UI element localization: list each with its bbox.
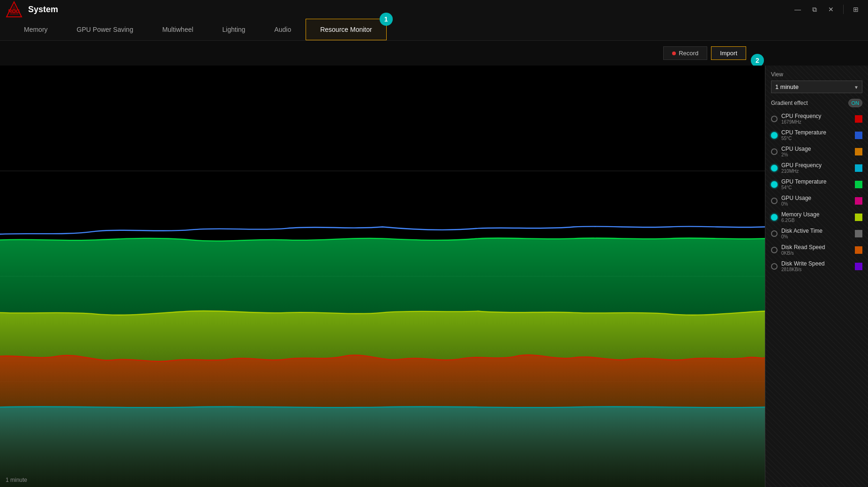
metric-row-disk-write: Disk Write Speed2818KB/s bbox=[771, 260, 862, 272]
svg-text:ROG: ROG bbox=[8, 8, 20, 14]
badge-2: 2 bbox=[751, 54, 764, 67]
sidebar-toggle-button[interactable]: ⊞ bbox=[849, 4, 862, 15]
metric-name-disk-active: Disk Active Time bbox=[781, 228, 851, 234]
metric-color-gpu-freq bbox=[855, 164, 862, 172]
metric-value-mem-usage: 6.2GB bbox=[781, 218, 851, 223]
tab-multiwheel[interactable]: Multiwheel bbox=[148, 19, 208, 40]
record-button[interactable]: Record bbox=[663, 46, 707, 60]
metric-radio-cpu-freq[interactable] bbox=[771, 116, 778, 122]
gradient-label: Gradient effect bbox=[771, 100, 808, 106]
metric-color-cpu-usage bbox=[855, 148, 862, 155]
metric-color-mem-usage bbox=[855, 214, 862, 221]
metric-name-mem-usage: Memory Usage bbox=[781, 211, 851, 218]
titlebar-left: ROG System bbox=[6, 1, 58, 18]
metric-color-disk-read bbox=[855, 246, 862, 254]
metric-radio-disk-write[interactable] bbox=[771, 263, 778, 270]
metric-name-cpu-usage: CPU Usage bbox=[781, 146, 851, 152]
metric-radio-gpu-temp[interactable] bbox=[771, 181, 778, 188]
metric-row-gpu-freq: GPU Frequency210MHz bbox=[771, 162, 862, 174]
metric-row-mem-usage: Memory Usage6.2GB bbox=[771, 211, 862, 223]
main-content: 1 minute View 1 minute 5 minutes 15 minu… bbox=[0, 66, 868, 487]
view-select-wrapper: 1 minute 5 minutes 15 minutes 30 minutes bbox=[771, 81, 862, 93]
badge-1: 1 bbox=[380, 13, 393, 26]
metric-radio-cpu-temp[interactable] bbox=[771, 132, 778, 139]
view-section: View 1 minute 5 minutes 15 minutes 30 mi… bbox=[771, 71, 862, 93]
view-label: View bbox=[771, 71, 862, 78]
metric-name-gpu-temp: GPU Temperature bbox=[781, 178, 851, 185]
metric-value-gpu-freq: 210MHz bbox=[781, 169, 851, 174]
gradient-toggle[interactable]: ON bbox=[848, 99, 863, 107]
metric-value-cpu-freq: 1679MHz bbox=[781, 119, 851, 125]
gradient-row: Gradient effect ON bbox=[771, 99, 862, 107]
metric-radio-cpu-usage[interactable] bbox=[771, 148, 778, 155]
resource-chart bbox=[0, 66, 765, 487]
metric-row-disk-active: Disk Active Time0% bbox=[771, 228, 862, 239]
metric-name-cpu-temp: CPU Temperature bbox=[781, 129, 851, 136]
metric-row-disk-read: Disk Read Speed0KB/s bbox=[771, 244, 862, 256]
metric-name-cpu-freq: CPU Frequency bbox=[781, 113, 851, 119]
metric-row-cpu-freq: CPU Frequency1679MHz bbox=[771, 113, 862, 125]
tab-memory[interactable]: Memory bbox=[9, 19, 62, 40]
metric-radio-disk-read[interactable] bbox=[771, 247, 778, 253]
metric-name-disk-write: Disk Write Speed bbox=[781, 260, 851, 267]
chart-time-label: 1 minute bbox=[6, 477, 27, 483]
record-dot-icon bbox=[672, 52, 676, 55]
metric-radio-gpu-usage[interactable] bbox=[771, 198, 778, 204]
metric-name-gpu-freq: GPU Frequency bbox=[781, 162, 851, 169]
metric-name-gpu-usage: GPU Usage bbox=[781, 195, 851, 201]
titlebar: ROG System — ⧉ ✕ ⊞ bbox=[0, 0, 868, 19]
metric-radio-disk-active[interactable] bbox=[771, 230, 778, 237]
view-select[interactable]: 1 minute 5 minutes 15 minutes 30 minutes bbox=[771, 81, 862, 93]
metric-color-disk-active bbox=[855, 230, 862, 237]
metric-radio-mem-usage[interactable] bbox=[771, 214, 778, 221]
tab-lighting[interactable]: Lighting bbox=[208, 19, 260, 40]
nav-tabs: Memory GPU Power Saving Multiwheel Light… bbox=[0, 19, 868, 41]
metric-value-disk-write: 2818KB/s bbox=[781, 267, 851, 272]
metric-row-cpu-usage: CPU Usage2% bbox=[771, 146, 862, 157]
tab-resource-monitor[interactable]: Resource Monitor 1 bbox=[306, 19, 387, 40]
metric-value-disk-read: 0KB/s bbox=[781, 251, 851, 256]
close-button[interactable]: ✕ bbox=[824, 4, 838, 15]
metric-radio-gpu-freq[interactable] bbox=[771, 165, 778, 171]
app-title: System bbox=[28, 5, 58, 15]
metric-value-cpu-temp: 55°C bbox=[781, 136, 851, 141]
metrics-list: CPU Frequency1679MHzCPU Temperature55°CC… bbox=[771, 113, 862, 272]
metric-color-gpu-usage bbox=[855, 197, 862, 205]
toolbar: Record Import bbox=[0, 41, 868, 66]
metric-color-disk-write bbox=[855, 263, 862, 270]
metric-row-cpu-temp: CPU Temperature55°C bbox=[771, 129, 862, 141]
metric-value-gpu-temp: 54°C bbox=[781, 185, 851, 190]
metric-name-disk-read: Disk Read Speed bbox=[781, 244, 851, 251]
side-panel: View 1 minute 5 minutes 15 minutes 30 mi… bbox=[765, 66, 868, 487]
minimize-button[interactable]: — bbox=[791, 4, 805, 15]
titlebar-controls: — ⧉ ✕ ⊞ bbox=[791, 4, 862, 15]
metric-value-disk-active: 0% bbox=[781, 234, 851, 239]
metric-row-gpu-usage: GPU Usage0% bbox=[771, 195, 862, 207]
rog-logo-icon: ROG bbox=[6, 1, 22, 18]
tab-audio[interactable]: Audio bbox=[260, 19, 306, 40]
metric-row-gpu-temp: GPU Temperature54°C bbox=[771, 178, 862, 190]
import-button[interactable]: Import bbox=[711, 46, 746, 60]
metric-color-gpu-temp bbox=[855, 181, 862, 188]
metric-value-gpu-usage: 0% bbox=[781, 201, 851, 207]
metric-color-cpu-temp bbox=[855, 132, 862, 139]
chart-area: 1 minute bbox=[0, 66, 765, 487]
metric-color-cpu-freq bbox=[855, 115, 862, 123]
metric-value-cpu-usage: 2% bbox=[781, 152, 851, 157]
tab-gpu-power-saving[interactable]: GPU Power Saving bbox=[62, 19, 148, 40]
restore-button[interactable]: ⧉ bbox=[808, 4, 821, 15]
divider bbox=[843, 5, 844, 14]
